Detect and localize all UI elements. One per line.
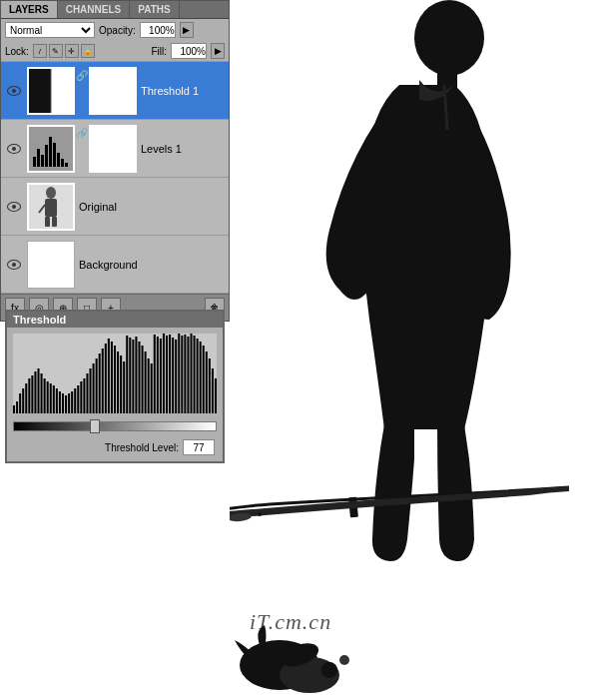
layer-list: 🔗 Threshold 1 [1, 62, 229, 294]
threshold-slider-row [7, 419, 223, 437]
svg-rect-86 [215, 378, 217, 413]
lock-paint-btn[interactable]: ✎ [49, 44, 63, 58]
fill-arrow[interactable]: ▶ [211, 43, 225, 59]
svg-rect-20 [13, 405, 15, 413]
svg-rect-59 [132, 340, 134, 413]
svg-rect-10 [53, 143, 56, 167]
svg-rect-8 [45, 145, 48, 167]
svg-rect-45 [90, 368, 92, 413]
visibility-toggle-levels[interactable] [5, 140, 23, 158]
svg-rect-17 [45, 217, 50, 227]
svg-rect-73 [175, 340, 177, 413]
tab-paths[interactable]: PATHS [130, 1, 179, 18]
layer-item-background[interactable]: Background [1, 236, 229, 294]
layer-name-background: Background [79, 259, 225, 271]
lock-label: Lock: [5, 46, 29, 57]
svg-rect-38 [68, 393, 70, 413]
svg-rect-72 [172, 338, 174, 413]
svg-rect-83 [206, 351, 208, 413]
svg-point-15 [46, 187, 56, 199]
svg-rect-29 [41, 373, 43, 413]
svg-rect-64 [148, 358, 150, 413]
svg-marker-2 [51, 69, 73, 113]
svg-rect-7 [41, 155, 44, 167]
svg-rect-63 [145, 351, 147, 413]
canvas-area: iT.cm.cn [230, 0, 599, 700]
layer-thumb-levels-adjustment [27, 125, 75, 173]
lock-move-btn[interactable]: ✛ [65, 44, 79, 58]
svg-point-99 [339, 655, 349, 665]
svg-rect-12 [61, 159, 64, 167]
lock-transparent-btn[interactable]: / [33, 44, 47, 58]
svg-rect-39 [71, 391, 73, 413]
svg-rect-48 [99, 353, 101, 413]
svg-point-98 [321, 662, 337, 678]
layer-name-levels: Levels 1 [141, 143, 225, 155]
layer-item-levels[interactable]: 🔗 Levels 1 [1, 120, 229, 178]
eye-icon-levels [7, 144, 21, 154]
layer-link-icon: 🔗 [77, 67, 87, 85]
svg-rect-31 [47, 381, 49, 413]
svg-rect-46 [93, 363, 95, 413]
svg-rect-55 [120, 355, 122, 413]
threshold-slider-thumb[interactable] [90, 419, 100, 433]
threshold-dialog-title[interactable]: Threshold [7, 312, 223, 328]
svg-rect-67 [157, 337, 159, 413]
svg-rect-21 [16, 401, 18, 413]
svg-rect-78 [190, 334, 192, 413]
svg-point-94 [258, 512, 262, 516]
levels-adjustment-icon [29, 127, 73, 171]
eye-icon-threshold [7, 86, 21, 96]
lock-row: Lock: / ✎ ✛ 🔒 Fill: ▶ [1, 41, 229, 62]
svg-rect-62 [142, 346, 144, 413]
fill-input[interactable] [171, 43, 207, 59]
visibility-toggle-threshold[interactable] [5, 82, 23, 100]
layer-link-icon-levels: 🔗 [77, 125, 87, 143]
eye-icon-original [7, 202, 21, 212]
layer-thumb-original [27, 183, 75, 231]
svg-rect-69 [163, 334, 165, 413]
thumb-wrap-background [27, 241, 75, 289]
svg-marker-1 [29, 69, 51, 113]
blend-opacity-row: Normal Opacity: ▶ [1, 19, 229, 41]
visibility-toggle-background[interactable] [5, 256, 23, 274]
blend-mode-select[interactable]: Normal [5, 22, 95, 38]
svg-rect-16 [45, 199, 57, 217]
threshold-level-label: Threshold Level: [105, 442, 179, 453]
svg-rect-24 [25, 383, 27, 413]
threshold-adjustment-icon [29, 69, 73, 113]
svg-rect-71 [169, 335, 171, 413]
layers-panel: LAYERS CHANNELS PATHS Normal Opacity: ▶ … [0, 0, 230, 322]
svg-rect-53 [114, 346, 116, 413]
svg-rect-80 [197, 339, 199, 413]
histogram-chart [13, 334, 217, 413]
tab-layers[interactable]: LAYERS [1, 1, 58, 18]
layer-item-threshold[interactable]: 🔗 Threshold 1 [1, 62, 229, 120]
threshold-level-input[interactable] [183, 439, 215, 455]
opacity-input[interactable] [140, 22, 176, 38]
svg-rect-34 [56, 388, 58, 413]
svg-rect-79 [194, 336, 196, 413]
svg-rect-74 [178, 334, 180, 413]
svg-rect-82 [203, 346, 205, 413]
svg-rect-32 [50, 383, 52, 413]
svg-rect-13 [65, 163, 68, 167]
opacity-arrow[interactable]: ▶ [180, 22, 194, 38]
svg-rect-70 [166, 336, 168, 413]
svg-rect-43 [83, 378, 85, 413]
svg-rect-44 [86, 373, 88, 413]
svg-rect-65 [151, 363, 153, 413]
svg-rect-60 [135, 337, 137, 413]
svg-rect-42 [80, 381, 82, 413]
threshold-slider-track[interactable] [13, 421, 217, 431]
svg-rect-56 [123, 361, 125, 413]
svg-rect-66 [154, 335, 156, 413]
tab-channels[interactable]: CHANNELS [58, 1, 131, 18]
lock-all-btn[interactable]: 🔒 [81, 44, 95, 58]
layer-item-original[interactable]: Original [1, 178, 229, 236]
svg-rect-23 [22, 388, 24, 413]
svg-point-87 [414, 0, 484, 76]
svg-rect-30 [44, 378, 46, 413]
svg-rect-18 [52, 217, 57, 227]
visibility-toggle-original[interactable] [5, 198, 23, 216]
